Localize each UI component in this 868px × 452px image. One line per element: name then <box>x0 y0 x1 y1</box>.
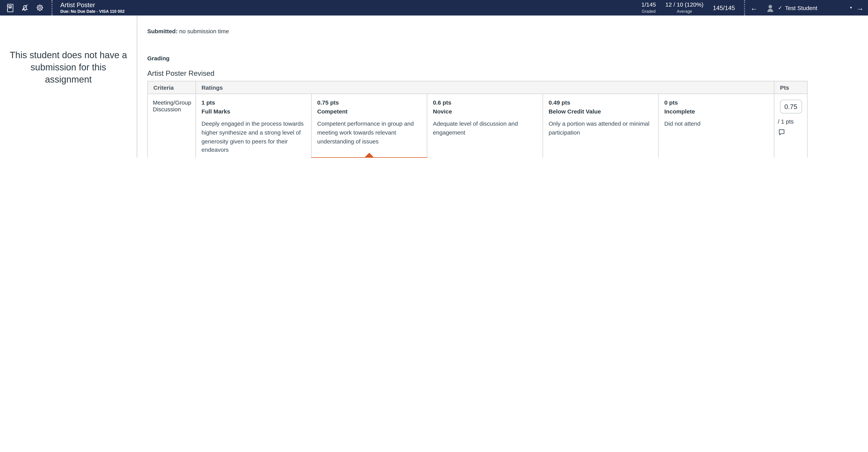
speedgrader-app: Artist Poster Due: No Due Date - VISA 11… <box>0 0 868 158</box>
rating-description: Competent performance in group and meeti… <box>317 120 421 146</box>
graded-label: Graded <box>642 9 656 14</box>
previous-student-button[interactable]: ← <box>746 4 762 11</box>
rating-description: Deeply engaged in the process towards hi… <box>202 120 305 154</box>
rating-points: 0.6 pts <box>433 99 537 106</box>
rating-description: Did not attend <box>664 120 769 128</box>
rating-points: 0 pts <box>664 99 769 106</box>
assignment-title: Artist Poster <box>60 1 124 8</box>
submitted-value: no submission time <box>178 28 229 34</box>
criterion-comment-button[interactable] <box>778 128 785 138</box>
points-input[interactable] <box>780 99 802 114</box>
grading-panel: Submitted: no submission time Grading Ar… <box>137 16 868 158</box>
rating-name: Full Marks <box>202 108 305 115</box>
next-student-button[interactable]: → <box>852 4 868 11</box>
rubric-row: Meeting/Group Discussion 1 pts Full Mark… <box>148 94 807 158</box>
chevron-down-icon: ▾ <box>850 6 852 10</box>
top-bar: Artist Poster Due: No Due Date - VISA 11… <box>0 0 868 16</box>
ratings-header: Ratings <box>196 81 774 94</box>
student-selector[interactable]: ✓ Test Student ▾ <box>778 4 852 11</box>
header-divider <box>52 0 53 16</box>
submission-panel: This student does not have a submission … <box>0 16 137 158</box>
graded-check-icon: ✓ <box>778 5 782 11</box>
rating-description: Only a portion was attended or minimal p… <box>549 120 653 137</box>
header-divider <box>744 0 745 16</box>
average-label: Average <box>665 9 704 14</box>
graded-stat: 1/145 Graded <box>642 2 656 14</box>
pts-header: Pts <box>774 81 807 94</box>
average-value: 12 / 10 (120%) <box>665 2 704 8</box>
criteria-header: Criteria <box>148 81 196 94</box>
rating-name: Below Credit Value <box>549 108 653 115</box>
rating-cell[interactable]: 0.49 pts Below Credit Value Only a porti… <box>543 94 658 158</box>
rubric-table: Criteria Ratings Pts Meeting/Group Discu… <box>147 81 808 158</box>
no-submission-message: This student does not have a submission … <box>9 49 128 85</box>
selected-rating-indicator <box>311 157 427 158</box>
student-avatar[interactable] <box>765 3 775 12</box>
rating-cell[interactable]: 0 pts Incomplete Did not attend <box>658 94 774 158</box>
rating-points: 0.75 pts <box>317 99 421 106</box>
rubric-icon[interactable] <box>6 3 14 12</box>
rating-points: 1 pts <box>202 99 305 106</box>
student-name: Test Student <box>785 4 817 11</box>
assignment-due-info: Due: No Due Date - VISA 110 002 <box>60 9 124 14</box>
rating-cell[interactable]: 1 pts Full Marks Deeply engaged in the p… <box>196 94 311 158</box>
rating-cell[interactable]: 0.6 pts Novice Adequate level of discuss… <box>427 94 542 158</box>
settings-gear-icon[interactable] <box>35 3 44 12</box>
rubric-title: Artist Poster Revised <box>147 69 857 78</box>
rating-name: Competent <box>317 108 421 115</box>
points-out-of: / 1 pts <box>778 118 804 124</box>
rating-name: Incomplete <box>664 108 769 115</box>
graded-value: 1/145 <box>642 2 656 8</box>
criterion-name: Meeting/Group Discussion <box>153 99 190 113</box>
rating-name: Novice <box>433 108 537 115</box>
rating-description: Adequate level of discussion and engagem… <box>433 120 537 137</box>
points-ratio: 145/145 <box>713 4 735 11</box>
average-stat: 12 / 10 (120%) Average <box>665 2 704 14</box>
mute-notifications-icon[interactable] <box>21 3 29 12</box>
submitted-label: Submitted: <box>147 28 178 34</box>
grading-heading: Grading <box>147 55 857 61</box>
rating-points: 0.49 pts <box>549 99 653 106</box>
rating-cell-selected[interactable]: 0.75 pts Competent Competent performance… <box>311 94 427 158</box>
